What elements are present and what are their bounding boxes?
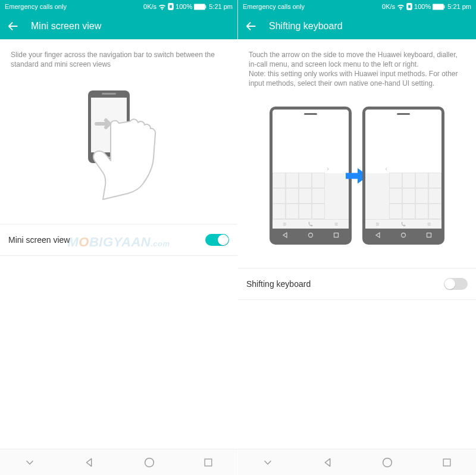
app-bar: Mini screen view xyxy=(0,13,237,39)
nav-recents-button[interactable] xyxy=(441,457,453,468)
help-text: Touch the arrow on the side to move the … xyxy=(249,50,465,88)
back-arrow-icon xyxy=(245,20,258,33)
square-recents-icon xyxy=(441,457,453,468)
mini-screen-setting-row: Mini screen view xyxy=(0,224,237,256)
circle-home-icon xyxy=(381,456,394,469)
nav-collapse-button[interactable] xyxy=(261,456,274,469)
battery-icon xyxy=(194,4,207,10)
status-battery-pct: 100% xyxy=(414,3,431,10)
status-speed: 0K/s xyxy=(382,3,395,10)
svg-point-11 xyxy=(308,233,312,238)
keyboard-move-handle-icon: ‹ xyxy=(383,162,389,175)
mini-screen-label: Mini screen view xyxy=(8,235,70,245)
wifi-icon xyxy=(397,4,405,10)
help-text: Slide your finger across the navigation … xyxy=(11,50,227,69)
screen-mini-view: Emergency calls only 0K/s 100% 5:21 pm M… xyxy=(0,0,238,475)
mock-phone-left: › ≡ ≡ xyxy=(270,107,352,245)
square-recents-icon xyxy=(202,457,214,468)
toggle-knob xyxy=(444,279,455,289)
menu-icon: ≡ xyxy=(427,221,431,227)
battery-icon xyxy=(433,4,446,10)
svg-rect-8 xyxy=(205,459,212,466)
screen-shifting-keyboard: Emergency calls only 0K/s 100% 5:21 pm S… xyxy=(238,0,476,475)
system-nav-bar xyxy=(238,449,476,475)
status-carrier: Emergency calls only xyxy=(5,3,67,10)
svg-point-7 xyxy=(145,458,154,467)
chevron-down-icon xyxy=(261,456,274,469)
svg-rect-4 xyxy=(102,93,116,95)
page-title: Mini screen view xyxy=(31,21,101,32)
status-battery-pct: 100% xyxy=(176,3,192,10)
svg-rect-1 xyxy=(205,5,206,8)
svg-point-13 xyxy=(401,233,405,238)
nav-collapse-button[interactable] xyxy=(23,456,36,469)
svg-point-15 xyxy=(383,458,392,467)
svg-rect-16 xyxy=(443,459,450,466)
status-bar: Emergency calls only 0K/s 100% 5:21 pm xyxy=(238,0,476,13)
back-arrow-icon xyxy=(7,20,20,33)
mini-screen-illustration xyxy=(11,81,227,206)
menu-icon: ≡ xyxy=(334,221,338,227)
sim-icon xyxy=(168,3,174,10)
shifting-keyboard-label: Shifting keyboard xyxy=(246,279,311,289)
content-area: Slide your finger across the navigation … xyxy=(0,39,237,449)
menu-icon: ≡ xyxy=(283,221,287,227)
content-area: Touch the arrow on the side to move the … xyxy=(238,39,476,449)
toggle-knob xyxy=(218,235,228,245)
nav-back-button[interactable] xyxy=(321,456,334,469)
status-time: 5:21 pm xyxy=(447,3,471,10)
sim-icon xyxy=(406,3,412,10)
menu-icon: ≡ xyxy=(376,221,380,227)
mini-screen-toggle[interactable] xyxy=(205,234,229,246)
status-right: 0K/s 100% 5:21 pm xyxy=(382,3,471,10)
nav-back-button[interactable] xyxy=(83,456,96,469)
app-bar: Shifting keyboard xyxy=(238,13,476,39)
nav-recents-button[interactable] xyxy=(202,457,214,468)
page-title: Shifting keyboard xyxy=(269,21,343,32)
svg-rect-10 xyxy=(444,5,445,8)
system-nav-bar xyxy=(0,449,237,475)
mock-phone-right: ‹ ≡ ≡ xyxy=(362,107,444,245)
svg-rect-12 xyxy=(334,233,338,238)
shifting-keyboard-setting-row: Shifting keyboard xyxy=(238,268,476,300)
triangle-back-icon xyxy=(321,456,334,469)
chevron-down-icon xyxy=(23,456,36,469)
shifting-keyboard-illustration: › ≡ ≡ xyxy=(249,98,465,254)
status-carrier: Emergency calls only xyxy=(243,3,305,10)
back-button[interactable] xyxy=(244,19,258,33)
phone-icon xyxy=(400,221,406,227)
shifting-keyboard-toggle[interactable] xyxy=(444,278,468,290)
nav-home-button[interactable] xyxy=(143,456,156,469)
back-button[interactable] xyxy=(6,19,20,33)
svg-rect-0 xyxy=(194,4,205,10)
status-right: 0K/s 100% 5:21 pm xyxy=(143,3,233,10)
status-speed: 0K/s xyxy=(143,3,156,10)
keyboard-move-handle-icon: › xyxy=(325,162,331,175)
circle-home-icon xyxy=(143,456,156,469)
svg-rect-14 xyxy=(427,233,431,238)
nav-home-button[interactable] xyxy=(381,456,394,469)
status-time: 5:21 pm xyxy=(209,3,233,10)
svg-rect-9 xyxy=(433,4,444,10)
triangle-back-icon xyxy=(83,456,96,469)
wifi-icon xyxy=(158,4,166,10)
status-bar: Emergency calls only 0K/s 100% 5:21 pm xyxy=(0,0,237,13)
phone-icon xyxy=(308,221,314,227)
